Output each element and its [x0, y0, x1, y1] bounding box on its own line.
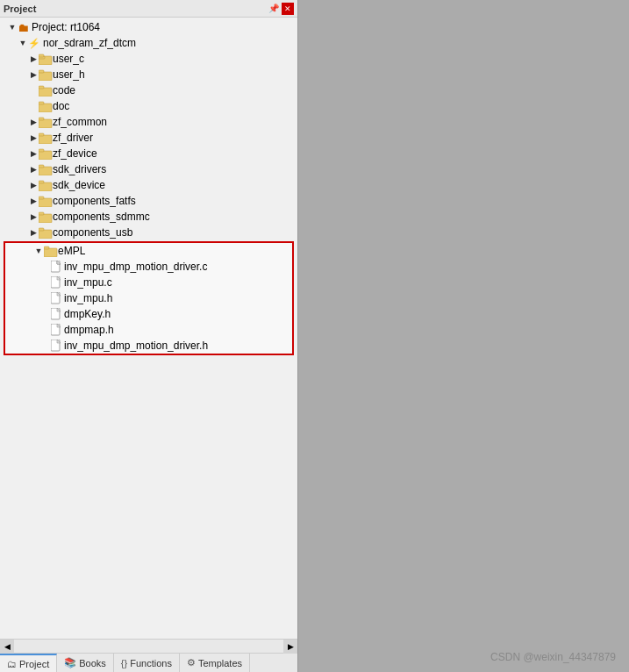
- folder-icon-sdmmc: [39, 211, 53, 223]
- expand-icon-fatfs[interactable]: ▶: [28, 196, 39, 206]
- tree-item-nor-sdram[interactable]: ▼ ⚡ nor_sdram_zf_dtcm: [0, 35, 297, 51]
- expand-icon-zf-driver[interactable]: ▶: [28, 132, 39, 143]
- expand-icon-user-c[interactable]: ▶: [28, 54, 39, 64]
- tree-item-sdk-drivers[interactable]: ▶ sdk_drivers: [0, 161, 297, 177]
- expand-icon-zf-device[interactable]: ▶: [28, 148, 39, 159]
- tab-templates[interactable]: ⚙ Templates: [180, 654, 250, 672]
- tree-item-empl[interactable]: ▼ eMPL: [5, 243, 292, 259]
- tree-item-user-h[interactable]: ▶ user_h: [0, 67, 297, 82]
- svg-rect-16: [39, 165, 44, 168]
- expand-icon-doc[interactable]: [32, 101, 39, 111]
- tree-item-file-inv-mpu-c2[interactable]: inv_mpu.c: [5, 275, 292, 290]
- file-icon-inv-mpu-dmp-h: [51, 340, 61, 352]
- file-label-inv-mpu-dmp-h: inv_mpu_dmp_motion_driver.h: [64, 340, 208, 352]
- expand-icon-nor[interactable]: ▼: [18, 38, 28, 48]
- tree-item-sdk-device[interactable]: ▶ sdk_device: [0, 177, 297, 193]
- svg-rect-25: [44, 248, 57, 257]
- tree-label-nor-sdram: nor_sdram_zf_dtcm: [43, 37, 136, 49]
- file-icon-inv-mpu-c: [51, 261, 61, 273]
- svg-rect-9: [39, 119, 52, 128]
- tab-functions[interactable]: {} Functions: [114, 654, 180, 672]
- svg-rect-17: [39, 182, 52, 191]
- tree-item-zf-common[interactable]: ▶ zf_common: [0, 114, 297, 130]
- pin-icon[interactable]: 📌: [268, 4, 279, 14]
- tree-label-sdmmc: components_sdmmc: [53, 211, 150, 223]
- tree-item-components-sdmmc[interactable]: ▶ components_sdmmc: [0, 209, 297, 225]
- scroll-track[interactable]: [14, 640, 283, 653]
- svg-rect-8: [39, 102, 44, 104]
- panel-title: Project: [4, 4, 36, 14]
- tree-item-zf-device[interactable]: ▶ zf_device: [0, 146, 297, 161]
- file-label-inv-mpu-c2: inv_mpu.c: [64, 276, 112, 289]
- tree-item-components-fatfs[interactable]: ▶ components_fatfs: [0, 193, 297, 209]
- panel-titlebar: Project 📌 ✕: [0, 0, 297, 18]
- svg-rect-24: [39, 228, 44, 231]
- expand-icon-zf-common[interactable]: ▶: [28, 117, 39, 127]
- expand-icon-root[interactable]: ▼: [7, 22, 18, 32]
- tab-templates-label: Templates: [198, 658, 242, 668]
- horizontal-scrollbar[interactable]: ◀ ▶: [0, 639, 297, 653]
- file-icon-inv-mpu-c2: [51, 276, 61, 289]
- tab-project[interactable]: 🗂 Project: [0, 654, 57, 672]
- tree-label-fatfs: components_fatfs: [53, 195, 136, 207]
- folder-icon-zf-driver: [39, 132, 53, 144]
- svg-rect-4: [39, 70, 44, 73]
- folder-icon-sdk-drivers: [39, 164, 53, 175]
- tree-label-zf-driver: zf_driver: [53, 132, 93, 144]
- tree-item-zf-driver[interactable]: ▶ zf_driver: [0, 130, 297, 146]
- tree-container[interactable]: ▼ 🖿 Project: rt1064 ▼ ⚡ nor_sdram_zf_dtc…: [0, 18, 297, 639]
- tree-label-project-root: Project: rt1064: [32, 21, 100, 33]
- tree-item-file-inv-mpu-h[interactable]: inv_mpu.h: [5, 290, 292, 306]
- svg-rect-5: [39, 88, 52, 97]
- folder-icon-zf-device: [39, 148, 53, 160]
- svg-rect-18: [39, 181, 44, 183]
- expand-icon-user-h[interactable]: ▶: [28, 69, 39, 80]
- tree-item-file-inv-mpu-dmp-h[interactable]: inv_mpu_dmp_motion_driver.h: [5, 338, 292, 354]
- project-panel: Project 📌 ✕ ▼ 🖿 Project: rt1064 ▼ ⚡ nor_…: [0, 0, 298, 672]
- close-button[interactable]: ✕: [282, 3, 294, 15]
- svg-rect-3: [39, 72, 52, 81]
- folder-icon-usb: [39, 227, 53, 239]
- empl-section: ▼ eMPL inv_mpu_dmp_motion_driver.c: [4, 241, 294, 355]
- tab-project-icon: 🗂: [7, 659, 17, 669]
- expand-icon-sdk-device[interactable]: ▶: [28, 180, 39, 190]
- file-label-dmpmap-h: dmpmap.h: [64, 324, 114, 336]
- tree-item-file-dmpkey-h[interactable]: dmpKey.h: [5, 306, 292, 322]
- expand-icon-sdmmc[interactable]: ▶: [28, 211, 39, 222]
- tree-label-sdk-device: sdk_device: [53, 179, 105, 191]
- file-icon-dmpkey-h: [51, 308, 61, 320]
- expand-icon-usb[interactable]: ▶: [28, 227, 39, 238]
- expand-icon-code[interactable]: [32, 85, 39, 96]
- scroll-right-arrow[interactable]: ▶: [283, 640, 297, 654]
- file-label-inv-mpu-h: inv_mpu.h: [64, 292, 112, 304]
- tree-item-code[interactable]: code: [0, 82, 297, 98]
- folder-icon-sdk-device: [39, 180, 53, 191]
- tab-project-label: Project: [19, 659, 49, 669]
- svg-rect-26: [44, 247, 49, 249]
- folder-icon-doc: [39, 101, 53, 112]
- tab-books[interactable]: 📚 Books: [57, 654, 114, 672]
- folder-icon-fatfs: [39, 196, 53, 207]
- expand-icon-empl[interactable]: ▼: [33, 246, 44, 256]
- tree-item-file-dmpmap-h[interactable]: dmpmap.h: [5, 322, 292, 338]
- svg-rect-6: [39, 86, 44, 89]
- tree-item-doc[interactable]: doc: [0, 98, 297, 114]
- folder-icon-zf-common: [39, 117, 53, 128]
- tree-item-components-usb[interactable]: ▶ components_usb: [0, 225, 297, 240]
- scroll-left-arrow[interactable]: ◀: [0, 640, 14, 654]
- folder-icon-code: [39, 85, 53, 97]
- svg-rect-12: [39, 133, 44, 136]
- svg-rect-13: [39, 151, 52, 160]
- right-gray-area: [298, 0, 629, 672]
- file-icon-inv-mpu-h: [51, 292, 61, 304]
- expand-icon-sdk-drivers[interactable]: ▶: [28, 164, 39, 175]
- tree-item-file-inv-mpu-c[interactable]: inv_mpu_dmp_motion_driver.c: [5, 259, 292, 275]
- file-label-inv-mpu-c: inv_mpu_dmp_motion_driver.c: [64, 261, 207, 273]
- watermark: CSDN @weixin_44347879: [490, 651, 616, 663]
- title-icons: 📌 ✕: [268, 3, 294, 15]
- tree-item-project-root[interactable]: ▼ 🖿 Project: rt1064: [0, 19, 297, 35]
- tab-functions-icon: {}: [121, 658, 127, 668]
- tree-item-user-c[interactable]: ▶ user_c: [0, 51, 297, 67]
- tree-label-user-c: user_c: [53, 53, 84, 65]
- tab-templates-icon: ⚙: [187, 657, 196, 668]
